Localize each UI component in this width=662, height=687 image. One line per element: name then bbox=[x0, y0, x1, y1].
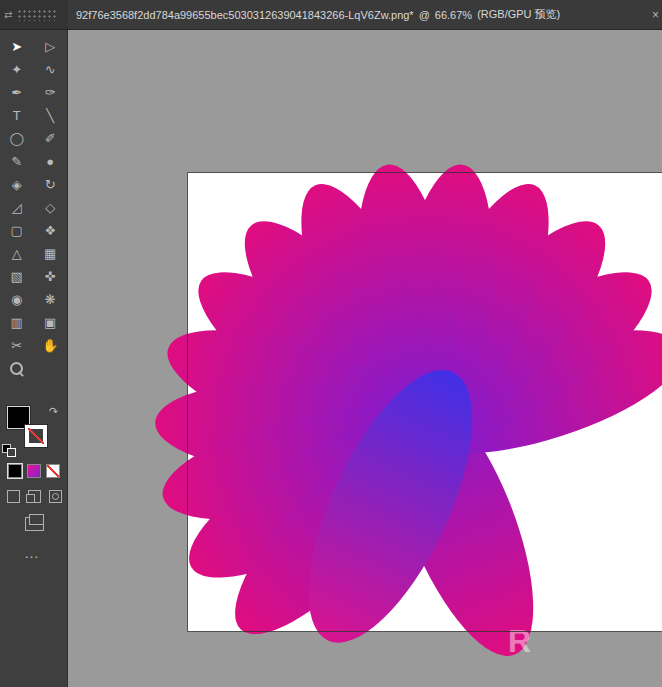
gradient-button[interactable] bbox=[27, 464, 41, 478]
fill-stroke-control: ↷ bbox=[0, 404, 68, 458]
shape-builder-tool[interactable]: ❖ bbox=[34, 219, 68, 242]
type-tool[interactable]: T bbox=[0, 104, 34, 127]
color-mode: (RGB/GPU 预览) bbox=[477, 7, 560, 22]
default-stroke-icon bbox=[7, 448, 16, 457]
zoom-tool[interactable] bbox=[0, 357, 34, 380]
blend-tool[interactable]: ◉ bbox=[0, 288, 34, 311]
default-fill-stroke-icon[interactable] bbox=[2, 444, 16, 456]
draw-inside-button[interactable] bbox=[49, 490, 62, 503]
swap-fill-stroke-icon[interactable]: ↷ bbox=[49, 405, 58, 418]
column-graph-tool[interactable]: ▥ bbox=[0, 311, 34, 334]
pencil-tool[interactable]: ✎ bbox=[0, 150, 34, 173]
perspective-grid-tool[interactable]: △ bbox=[0, 242, 34, 265]
rotate-tool[interactable]: ↻ bbox=[34, 173, 68, 196]
symbol-sprayer-tool[interactable]: ❋ bbox=[34, 288, 68, 311]
zoom-icon bbox=[10, 362, 23, 375]
slice-tool[interactable]: ✂ bbox=[0, 334, 34, 357]
drawing-modes-row bbox=[0, 490, 68, 503]
free-transform-tool[interactable]: ▢ bbox=[0, 219, 34, 242]
lasso-tool[interactable]: ∿ bbox=[34, 58, 68, 81]
document-filename: 92f76e3568f2dd784a99655bec50303126390418… bbox=[76, 9, 414, 21]
tools-grid: ➤▷✦∿✒✑T╲◯✐✎●◈↻◿◇▢❖△▦▧✜◉❋▥▣✂✋ bbox=[0, 30, 67, 380]
flower-artwork[interactable]: R bbox=[68, 30, 662, 687]
line-segment-tool[interactable]: ╲ bbox=[34, 104, 68, 127]
gradient-tool[interactable]: ▧ bbox=[0, 265, 34, 288]
selection-tool[interactable]: ➤ bbox=[0, 35, 34, 58]
drag-handle[interactable] bbox=[17, 9, 57, 21]
stroke-swatch[interactable] bbox=[25, 425, 47, 447]
collapse-panels-icon[interactable]: ⇄ bbox=[4, 10, 12, 20]
direct-selection-tool[interactable]: ▷ bbox=[34, 35, 68, 58]
width-tool[interactable]: ◇ bbox=[34, 196, 68, 219]
watermark-letter: R bbox=[508, 623, 531, 659]
none-button[interactable] bbox=[46, 464, 60, 478]
ellipse-tool[interactable]: ◯ bbox=[0, 127, 34, 150]
pen-tool[interactable]: ✒ bbox=[0, 81, 34, 104]
paintbrush-tool[interactable]: ✐ bbox=[34, 127, 68, 150]
draw-behind-button[interactable] bbox=[28, 490, 41, 503]
hand-tool[interactable]: ✋ bbox=[34, 334, 68, 357]
artboard-tool[interactable]: ▣ bbox=[34, 311, 68, 334]
zoom-level: 66.67% bbox=[435, 9, 472, 21]
panel-dock-header[interactable]: ⇄ bbox=[0, 0, 68, 30]
color-button[interactable] bbox=[8, 464, 22, 478]
color-type-row bbox=[0, 464, 68, 478]
edit-toolbar-button[interactable]: … bbox=[24, 544, 39, 561]
eyedropper-tool[interactable]: ✜ bbox=[34, 265, 68, 288]
tools-panel: ➤▷✦∿✒✑T╲◯✐✎●◈↻◿◇▢❖△▦▧✜◉❋▥▣✂✋ ↷ … bbox=[0, 30, 68, 687]
eraser-tool[interactable]: ◈ bbox=[0, 173, 34, 196]
tab-close-button[interactable]: × bbox=[652, 8, 659, 22]
canvas-area[interactable]: R bbox=[68, 30, 662, 687]
change-screen-mode-button[interactable] bbox=[25, 517, 44, 531]
draw-normal-button[interactable] bbox=[7, 490, 20, 503]
mesh-tool[interactable]: ▦ bbox=[34, 242, 68, 265]
curvature-tool[interactable]: ✑ bbox=[34, 81, 68, 104]
illustrator-window: ⇄ 92f76e3568f2dd784a99655bec503031263904… bbox=[0, 0, 662, 687]
document-tab[interactable]: 92f76e3568f2dd784a99655bec50303126390418… bbox=[76, 7, 560, 22]
at-separator: @ bbox=[419, 9, 430, 21]
blob-brush-tool[interactable]: ● bbox=[34, 150, 68, 173]
document-tab-bar: 92f76e3568f2dd784a99655bec50303126390418… bbox=[68, 0, 662, 30]
magic-wand-tool[interactable]: ✦ bbox=[0, 58, 34, 81]
scale-tool[interactable]: ◿ bbox=[0, 196, 34, 219]
